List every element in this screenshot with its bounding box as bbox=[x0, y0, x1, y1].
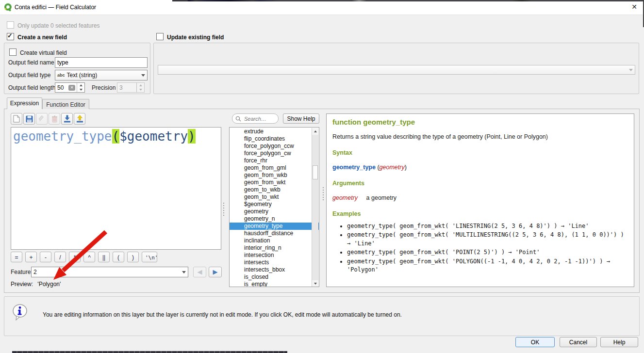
function-list-item[interactable]: geom_to_wkb bbox=[230, 186, 319, 193]
example-code: geometry_type( geom_from_wkt( 'LINESTRIN… bbox=[347, 223, 557, 229]
function-list-item[interactable]: is_empty bbox=[230, 281, 319, 287]
function-list-item[interactable]: is_closed bbox=[230, 273, 319, 281]
checkbox-icon[interactable] bbox=[9, 48, 17, 56]
function-list-item[interactable]: extrude bbox=[230, 128, 319, 135]
chevron-down-icon bbox=[141, 74, 145, 77]
field-calculator-dialog: Conta edifici — Field Calculator ✕ Only … bbox=[0, 0, 644, 353]
function-list-item[interactable]: intersection bbox=[230, 252, 319, 259]
search-icon bbox=[235, 116, 241, 122]
upload-arrow-icon bbox=[76, 115, 83, 123]
expression-close-paren: ) bbox=[188, 129, 196, 144]
example-code: geometry_type( geom_from_wkt( 'POINT(2 5… bbox=[347, 249, 505, 256]
tab-expression[interactable]: Expression bbox=[7, 97, 42, 109]
feature-value: 2 bbox=[33, 269, 37, 275]
help-button[interactable]: Help bbox=[600, 337, 638, 347]
output-field-length-value: 50 bbox=[55, 84, 68, 91]
delete-expression-button bbox=[49, 113, 60, 125]
preview-label: Preview: bbox=[11, 281, 33, 288]
info-icon bbox=[12, 304, 29, 322]
feature-label: Feature bbox=[11, 269, 31, 275]
splitter-handle[interactable] bbox=[322, 187, 324, 200]
examples-list: geometry_type( geom_from_wkt( 'LINESTRIN… bbox=[332, 222, 628, 274]
function-list-item[interactable]: hausdorff_distance bbox=[230, 230, 319, 237]
export-expressions-button[interactable] bbox=[74, 113, 85, 125]
spin-buttons[interactable] bbox=[77, 83, 84, 92]
next-feature-button[interactable]: ▶ bbox=[209, 267, 222, 277]
background-app-strip-top bbox=[172, 0, 644, 1]
create-virtual-field-checkbox[interactable]: Create virtual field bbox=[9, 48, 67, 56]
help-description: Returns a string value describing the ty… bbox=[332, 133, 628, 140]
previous-feature-button: ◀ bbox=[193, 267, 206, 277]
checkbox-icon[interactable] bbox=[156, 33, 164, 40]
ok-button[interactable]: OK bbox=[515, 337, 555, 347]
output-field-length-label: Output field length bbox=[8, 84, 55, 91]
example-code: geometry_type( geom_from_wkt( 'POLYGON((… bbox=[347, 258, 603, 265]
example-result: 'Polygon' bbox=[347, 266, 379, 273]
save-expression-button[interactable] bbox=[23, 113, 35, 125]
function-list-item[interactable]: geometry bbox=[230, 208, 319, 215]
example-code: geometry_type( geom_from_wkt( 'MULTILINE… bbox=[347, 231, 624, 238]
function-list-item[interactable]: geom_from_gml bbox=[230, 164, 319, 172]
precision-spinbox: 3 bbox=[117, 82, 145, 93]
function-list-scrollbar[interactable] bbox=[312, 128, 318, 287]
show-help-button[interactable]: Show Help bbox=[283, 113, 319, 124]
function-search-box[interactable] bbox=[232, 113, 279, 124]
operator-plus-button[interactable]: + bbox=[25, 252, 37, 262]
function-list-item[interactable]: interior_ring_n bbox=[230, 244, 319, 252]
background-app-strip-bottom bbox=[12, 351, 287, 353]
checkbox-checked-icon[interactable] bbox=[7, 33, 14, 40]
output-field-name-input[interactable] bbox=[55, 57, 148, 68]
result-arrow: → bbox=[561, 223, 564, 229]
function-search-input[interactable] bbox=[243, 115, 274, 122]
function-list-item[interactable]: geom_from_wkt bbox=[230, 179, 319, 186]
update-existing-field-group bbox=[153, 43, 639, 94]
function-list-item[interactable]: force_polygon_cw bbox=[230, 150, 319, 157]
back-arrow-icon: ◀ bbox=[198, 268, 202, 275]
function-list-item[interactable]: geom_from_wkb bbox=[230, 172, 319, 179]
expression-variable-token: $geometry bbox=[119, 129, 188, 144]
operator-close-paren-button[interactable]: ) bbox=[127, 252, 139, 262]
operator-newline-button[interactable]: '\n' bbox=[142, 252, 157, 262]
function-list-item[interactable]: intersects_bbox bbox=[230, 266, 319, 273]
clear-icon[interactable]: ✕ bbox=[68, 85, 75, 91]
function-list-item-selected[interactable]: geometry_type bbox=[230, 223, 319, 230]
operator-equals-button[interactable]: = bbox=[11, 252, 22, 262]
function-list-item[interactable]: $geometry bbox=[230, 201, 319, 208]
output-field-type-combo[interactable]: abc Text (string) bbox=[55, 70, 148, 80]
syntax-line: geometry_type (geometry) bbox=[332, 164, 628, 171]
scroll-up-icon[interactable] bbox=[312, 128, 318, 135]
function-list-item[interactable]: geometry_n bbox=[230, 215, 319, 223]
chevron-down-icon bbox=[182, 271, 186, 273]
update-existing-field-checkbox[interactable]: Update existing field bbox=[156, 33, 224, 41]
function-list-item[interactable]: geom_to_wkt bbox=[230, 193, 319, 201]
new-expression-button[interactable] bbox=[11, 113, 22, 125]
example-result: 'Line' bbox=[354, 240, 375, 247]
function-list-item[interactable]: flip_coordinates bbox=[230, 135, 319, 143]
import-expressions-button[interactable] bbox=[61, 113, 73, 125]
function-list-item[interactable]: intersects bbox=[230, 259, 319, 266]
example-item: geometry_type( geom_from_wkt( 'LINESTRIN… bbox=[347, 222, 628, 230]
scroll-down-icon[interactable] bbox=[312, 280, 318, 287]
function-list-item[interactable]: inclination bbox=[230, 237, 319, 244]
example-item: geometry_type( geom_from_wkt( 'POLYGON((… bbox=[347, 257, 628, 274]
output-field-length-spinbox[interactable]: 50 ✕ bbox=[55, 82, 85, 93]
trash-icon bbox=[51, 115, 58, 123]
argument-row: geometry a geometry bbox=[332, 194, 628, 201]
create-new-field-checkbox[interactable]: Create a new field bbox=[7, 33, 67, 41]
syntax-argument: geometry bbox=[380, 164, 405, 171]
example-item: geometry_type( geom_from_wkt( 'MULTILINE… bbox=[347, 231, 628, 248]
splitter-handle[interactable] bbox=[223, 203, 225, 216]
precision-label: Precision bbox=[92, 84, 116, 91]
cancel-button[interactable]: Cancel bbox=[560, 337, 597, 347]
function-list-item[interactable]: force_polygon_ccw bbox=[230, 143, 319, 150]
download-arrow-icon bbox=[64, 115, 71, 123]
qgis-logo-icon bbox=[4, 3, 13, 12]
argument-description: a geometry bbox=[366, 194, 397, 201]
function-list[interactable]: extrude flip_coordinates force_polygon_c… bbox=[229, 127, 319, 287]
tab-function-editor[interactable]: Function Editor bbox=[42, 99, 89, 109]
close-icon[interactable]: ✕ bbox=[631, 3, 637, 11]
scrollbar-thumb[interactable] bbox=[313, 165, 318, 179]
function-list-item[interactable]: force_rhr bbox=[230, 157, 319, 164]
window-title: Conta edifici — Field Calculator bbox=[15, 4, 96, 11]
only-update-selected-label: Only update 0 selected features bbox=[17, 22, 99, 29]
